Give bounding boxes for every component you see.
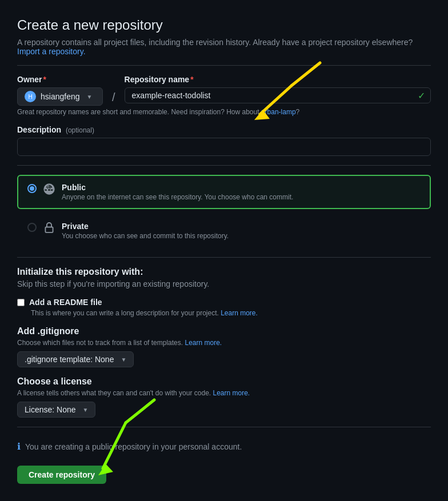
license-title: Choose a license <box>17 376 431 387</box>
private-desc: You choose who can see and commit to thi… <box>62 232 229 240</box>
public-radio[interactable] <box>27 184 37 193</box>
page-title: Create a new repository <box>17 17 431 33</box>
repo-name-input-wrapper: ✓ <box>125 87 431 103</box>
initialize-title: Initialize this repository with: <box>17 267 431 277</box>
license-dropdown-arrow: ▼ <box>83 407 89 413</box>
readme-desc: This is where you can write a long descr… <box>31 309 431 317</box>
description-input[interactable] <box>17 138 431 156</box>
info-text: You are creating a public repository in … <box>25 442 242 451</box>
public-desc: Anyone on the internet can see this repo… <box>62 193 293 201</box>
visibility-public-option[interactable]: Public Anyone on the internet can see th… <box>17 175 431 209</box>
gitignore-learn-more[interactable]: Learn more. <box>185 339 222 347</box>
repo-name-group: Repository name* ✓ <box>125 75 431 103</box>
license-learn-more[interactable]: Learn more. <box>213 389 250 397</box>
page-subtitle: A repository contains all project files,… <box>17 38 431 56</box>
import-link[interactable]: Import a repository. <box>17 47 86 56</box>
private-content: Private You choose who can see and commi… <box>62 222 229 240</box>
description-group: Description (optional) <box>17 125 431 156</box>
divider-3 <box>17 257 431 258</box>
public-title: Public <box>62 183 293 192</box>
repo-name-input[interactable] <box>125 87 431 103</box>
description-label: Description (optional) <box>17 125 431 134</box>
divider-4 <box>17 427 431 427</box>
readme-row: Add a README file <box>17 298 431 307</box>
license-dropdown[interactable]: License: None ▼ <box>17 402 95 418</box>
owner-group: Owner* H hsiangfeng ▼ <box>17 75 103 106</box>
suggestion-link[interactable]: urban-lamp <box>261 108 296 116</box>
slash-separator: / <box>112 91 115 104</box>
divider-2 <box>17 165 431 166</box>
gitignore-dropdown-arrow: ▼ <box>121 356 126 363</box>
initialize-subtitle: Skip this step if you're importing an ex… <box>17 279 431 288</box>
private-radio[interactable] <box>27 223 37 232</box>
private-title: Private <box>62 222 229 231</box>
license-desc: A license tells others what they can and… <box>17 389 431 397</box>
info-box: ℹ You are creating a public repository i… <box>17 436 431 456</box>
owner-dropdown[interactable]: H hsiangfeng ▼ <box>17 87 103 106</box>
info-icon: ℹ <box>17 441 21 452</box>
readme-label[interactable]: Add a README file <box>29 298 102 307</box>
readme-checkbox[interactable] <box>17 299 25 306</box>
initialize-section: Initialize this repository with: Skip th… <box>17 267 431 418</box>
owner-dropdown-arrow: ▼ <box>87 94 93 100</box>
repo-name-hint: Great repository names are short and mem… <box>17 108 431 116</box>
public-content: Public Anyone on the internet can see th… <box>62 183 293 201</box>
globe-icon <box>43 183 55 195</box>
gitignore-title: Add .gitignore <box>17 326 431 336</box>
visibility-options: Public Anyone on the internet can see th… <box>17 175 431 248</box>
lock-icon <box>43 222 55 234</box>
readme-learn-more[interactable]: Learn more. <box>221 309 258 317</box>
repo-name-valid-icon: ✓ <box>418 90 425 101</box>
create-repository-button[interactable]: Create repository <box>17 466 106 484</box>
owner-reponame-row: Owner* H hsiangfeng ▼ / Repository name*… <box>17 75 431 106</box>
repo-name-label: Repository name* <box>125 75 431 84</box>
gitignore-desc: Choose which files not to track from a l… <box>17 339 431 347</box>
owner-label: Owner* <box>17 75 103 84</box>
gitignore-dropdown[interactable]: .gitignore template: None ▼ <box>17 351 134 367</box>
owner-avatar: H <box>25 91 36 102</box>
divider-1 <box>17 65 431 66</box>
owner-value: hsiangfeng <box>41 92 80 101</box>
visibility-private-option[interactable]: Private You choose who can see and commi… <box>17 214 431 248</box>
